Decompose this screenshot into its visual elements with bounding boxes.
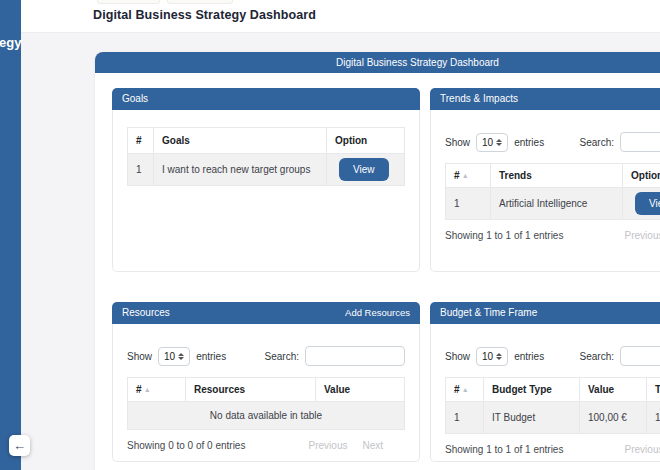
- goal-view-button[interactable]: View: [339, 158, 389, 181]
- budget-panel-body: Show 10 entries Search: #▴ B: [430, 324, 660, 462]
- trends-col-trends[interactable]: Trends: [491, 164, 623, 188]
- trends-col-option: Option: [623, 164, 660, 188]
- budget-row-value: 100,00 €: [580, 402, 647, 434]
- budget-row-type: IT Budget: [484, 402, 580, 434]
- resources-summary: Showing 0 to 0 of 0 entries: [127, 440, 245, 451]
- next-button[interactable]: Next: [362, 440, 383, 451]
- select-spinner-icon: [178, 353, 184, 360]
- resources-table: #▴ Resources Value No data available in …: [127, 377, 405, 430]
- table-row: 1 Artificial Intelligence View: [446, 188, 660, 220]
- page-length-select[interactable]: 10: [476, 347, 508, 366]
- page-title: Digital Business Strategy Dashboard: [93, 8, 316, 22]
- budget-col-type[interactable]: Budget Type: [484, 378, 580, 402]
- goal-row-num: 1: [128, 154, 154, 186]
- previous-button[interactable]: Previous: [625, 230, 660, 241]
- trends-table: #▴ Trends Option 1 Artificial Intelligen…: [445, 163, 660, 220]
- arrow-left-icon: ←: [13, 438, 26, 453]
- budget-search-input[interactable]: [620, 346, 660, 366]
- trends-col-num[interactable]: #▴: [446, 164, 491, 188]
- page-length-select[interactable]: 10: [476, 133, 508, 152]
- previous-button[interactable]: Previous: [309, 440, 348, 451]
- show-label: Show: [445, 137, 470, 148]
- dashboard-card: Digital Business Strategy Dashboard Goal…: [95, 52, 660, 470]
- resources-col-resources[interactable]: Resources: [186, 378, 316, 402]
- trends-search-input[interactable]: [620, 132, 660, 152]
- page-length-select[interactable]: 10: [158, 347, 190, 366]
- sort-asc-icon: ▴: [464, 172, 468, 179]
- budget-col-num[interactable]: #▴: [446, 378, 484, 402]
- budget-panel: Budget & Time Frame Show 10 entries Sear…: [430, 302, 660, 462]
- entries-label: entries: [196, 351, 226, 362]
- trends-panel: Trends & Impacts Show 10 entries Search:: [430, 88, 660, 272]
- search-label: Search:: [265, 351, 299, 362]
- cutoff-box-left: [97, 0, 160, 4]
- select-spinner-icon: [496, 139, 502, 146]
- search-label: Search:: [580, 137, 614, 148]
- sort-asc-icon: ▴: [146, 386, 150, 393]
- goals-col-num: #: [128, 128, 154, 154]
- trends-panel-body: Show 10 entries Search: #▴ T: [430, 110, 660, 272]
- add-resources-button[interactable]: Add Resources: [345, 302, 410, 324]
- cutoff-box-right: [167, 0, 233, 4]
- empty-row: No data available in table: [128, 402, 405, 430]
- sidebar-collapse-button[interactable]: ←: [9, 435, 30, 456]
- budget-col-timeframe[interactable]: Time Frame: [647, 378, 660, 402]
- resources-panel-title: Resources: [122, 302, 170, 324]
- previous-button[interactable]: Previous: [625, 444, 660, 455]
- sidebar-brand-text: egy: [0, 35, 21, 50]
- resources-panel: Resources Add Resources Show 10 entries …: [112, 302, 420, 462]
- table-row: 1 IT Budget 100,00 € 1 Years: [446, 402, 660, 434]
- entries-label: entries: [514, 137, 544, 148]
- goals-panel-title: Goals: [122, 88, 148, 110]
- search-label: Search:: [580, 351, 614, 362]
- resources-search-input[interactable]: [305, 346, 405, 366]
- sidebar: egy: [0, 0, 21, 470]
- goals-table: # Goals Option 1 I want to reach new tar…: [127, 127, 405, 186]
- budget-summary: Showing 1 to 1 of 1 entries: [445, 444, 563, 455]
- trend-row-num: 1: [446, 188, 491, 220]
- goals-col-goals: Goals: [154, 128, 327, 154]
- dashboard-banner-title: Digital Business Strategy Dashboard: [95, 52, 660, 73]
- empty-table-message: No data available in table: [128, 402, 405, 430]
- resources-col-num[interactable]: #▴: [128, 378, 186, 402]
- trends-summary: Showing 1 to 1 of 1 entries: [445, 230, 563, 241]
- table-row: 1 I want to reach new target groups View: [128, 154, 405, 186]
- budget-table: #▴ Budget Type Value Time Frame 1 IT Bud…: [445, 377, 660, 434]
- goals-panel: Goals # Goals Option 1 I want to reach n…: [112, 88, 420, 272]
- show-label: Show: [445, 351, 470, 362]
- resources-panel-body: Show 10 entries Search: #▴ R: [112, 324, 420, 462]
- trend-row-text: Artificial Intelligence: [491, 188, 623, 220]
- select-spinner-icon: [496, 353, 502, 360]
- entries-label: entries: [514, 351, 544, 362]
- trends-panel-title: Trends & Impacts: [440, 88, 518, 110]
- budget-col-value[interactable]: Value: [580, 378, 647, 402]
- goals-col-option: Option: [327, 128, 405, 154]
- resources-col-value[interactable]: Value: [316, 378, 405, 402]
- budget-row-num: 1: [446, 402, 484, 434]
- top-header: Digital Business Strategy Dashboard: [21, 0, 660, 33]
- sort-asc-icon: ▴: [464, 386, 468, 393]
- goals-panel-body: # Goals Option 1 I want to reach new tar…: [112, 110, 420, 272]
- budget-row-timeframe: 1 Years: [647, 402, 660, 434]
- trend-view-button[interactable]: View: [635, 192, 660, 215]
- budget-panel-title: Budget & Time Frame: [440, 302, 537, 324]
- show-label: Show: [127, 351, 152, 362]
- goal-row-text: I want to reach new target groups: [154, 154, 327, 186]
